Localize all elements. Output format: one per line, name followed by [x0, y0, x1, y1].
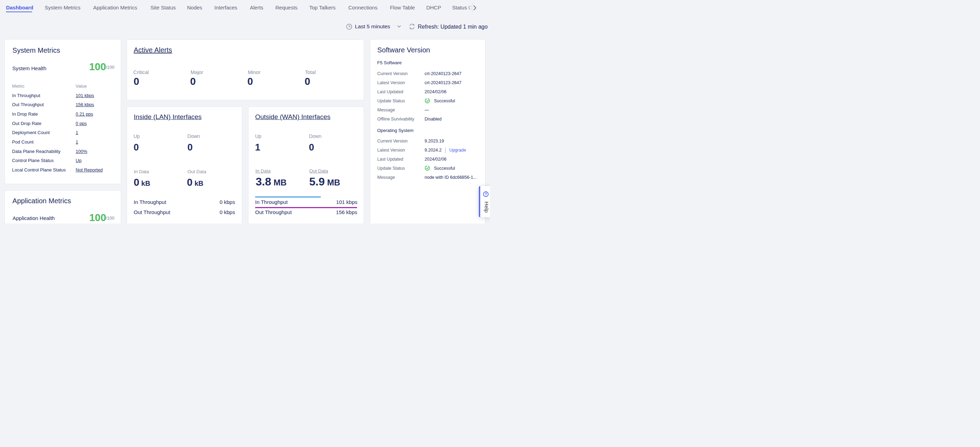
svg-text:?: ?	[485, 192, 487, 196]
